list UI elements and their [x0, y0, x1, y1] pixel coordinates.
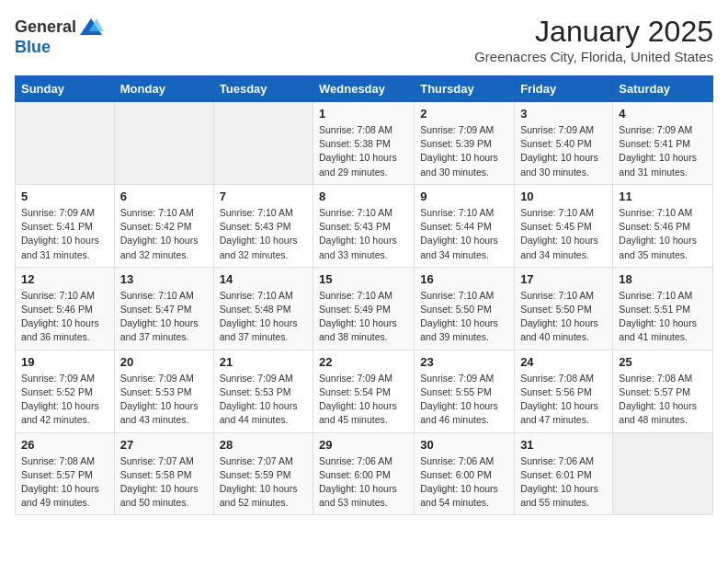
day-info: Sunrise: 7:08 AM Sunset: 5:56 PM Dayligh…	[520, 372, 607, 428]
calendar-cell: 3Sunrise: 7:09 AM Sunset: 5:40 PM Daylig…	[515, 102, 613, 185]
weekday-header: Tuesday	[213, 76, 313, 102]
calendar-cell: 14Sunrise: 7:10 AM Sunset: 5:48 PM Dayli…	[213, 267, 313, 350]
day-number: 15	[319, 272, 408, 286]
calendar-cell: 31Sunrise: 7:06 AM Sunset: 6:01 PM Dayli…	[515, 432, 613, 515]
calendar-cell: 27Sunrise: 7:07 AM Sunset: 5:58 PM Dayli…	[114, 432, 213, 515]
page-header: General Blue January 2025 Greenacres Cit…	[15, 15, 713, 64]
calendar-table: SundayMondayTuesdayWednesdayThursdayFrid…	[15, 75, 713, 515]
calendar-cell: 9Sunrise: 7:10 AM Sunset: 5:44 PM Daylig…	[415, 184, 515, 267]
month-title: January 2025	[474, 15, 713, 49]
day-number: 21	[220, 355, 307, 369]
calendar-week-row: 19Sunrise: 7:09 AM Sunset: 5:52 PM Dayli…	[16, 350, 713, 432]
calendar-cell: 25Sunrise: 7:08 AM Sunset: 5:57 PM Dayli…	[613, 350, 713, 432]
day-number: 25	[619, 355, 707, 369]
day-number: 30	[420, 438, 508, 452]
calendar-cell: 30Sunrise: 7:06 AM Sunset: 6:00 PM Dayli…	[415, 432, 515, 515]
day-info: Sunrise: 7:08 AM Sunset: 5:57 PM Dayligh…	[619, 372, 707, 428]
location-title: Greenacres City, Florida, United States	[474, 49, 713, 64]
day-number: 26	[21, 438, 108, 452]
day-number: 9	[420, 190, 508, 203]
calendar-cell: 15Sunrise: 7:10 AM Sunset: 5:49 PM Dayli…	[313, 267, 415, 350]
day-number: 5	[21, 190, 108, 203]
day-info: Sunrise: 7:10 AM Sunset: 5:43 PM Dayligh…	[220, 206, 307, 262]
day-number: 11	[619, 190, 707, 203]
day-info: Sunrise: 7:08 AM Sunset: 5:57 PM Dayligh…	[21, 454, 108, 511]
day-info: Sunrise: 7:09 AM Sunset: 5:41 PM Dayligh…	[21, 206, 108, 262]
day-info: Sunrise: 7:09 AM Sunset: 5:55 PM Dayligh…	[420, 372, 508, 428]
calendar-cell: 21Sunrise: 7:09 AM Sunset: 5:53 PM Dayli…	[213, 350, 313, 432]
calendar-cell	[16, 102, 115, 185]
day-number: 31	[520, 438, 607, 452]
calendar-cell: 12Sunrise: 7:10 AM Sunset: 5:46 PM Dayli…	[16, 267, 115, 350]
day-number: 18	[619, 272, 707, 286]
calendar-cell: 17Sunrise: 7:10 AM Sunset: 5:50 PM Dayli…	[515, 267, 613, 350]
day-info: Sunrise: 7:09 AM Sunset: 5:39 PM Dayligh…	[420, 123, 508, 179]
calendar-cell: 4Sunrise: 7:09 AM Sunset: 5:41 PM Daylig…	[613, 102, 713, 185]
day-info: Sunrise: 7:06 AM Sunset: 6:00 PM Dayligh…	[420, 454, 508, 511]
calendar-cell: 10Sunrise: 7:10 AM Sunset: 5:45 PM Dayli…	[515, 184, 613, 267]
day-number: 4	[619, 107, 707, 121]
calendar-cell: 29Sunrise: 7:06 AM Sunset: 6:00 PM Dayli…	[313, 432, 415, 515]
calendar-header-row: SundayMondayTuesdayWednesdayThursdayFrid…	[16, 76, 713, 102]
calendar-cell: 16Sunrise: 7:10 AM Sunset: 5:50 PM Dayli…	[415, 267, 515, 350]
weekday-header: Monday	[114, 76, 213, 102]
day-info: Sunrise: 7:06 AM Sunset: 6:00 PM Dayligh…	[319, 454, 408, 511]
logo-blue: Blue	[15, 39, 104, 57]
weekday-header: Sunday	[16, 76, 115, 102]
calendar-cell: 1Sunrise: 7:08 AM Sunset: 5:38 PM Daylig…	[313, 102, 415, 185]
calendar-cell: 11Sunrise: 7:10 AM Sunset: 5:46 PM Dayli…	[613, 184, 713, 267]
day-info: Sunrise: 7:09 AM Sunset: 5:52 PM Dayligh…	[21, 372, 108, 428]
day-number: 3	[520, 107, 607, 121]
day-info: Sunrise: 7:06 AM Sunset: 6:01 PM Dayligh…	[520, 454, 607, 511]
day-number: 13	[120, 272, 208, 286]
day-info: Sunrise: 7:08 AM Sunset: 5:38 PM Dayligh…	[319, 123, 408, 179]
day-number: 29	[319, 438, 408, 452]
day-number: 27	[120, 438, 208, 452]
day-info: Sunrise: 7:09 AM Sunset: 5:54 PM Dayligh…	[319, 372, 408, 428]
day-info: Sunrise: 7:10 AM Sunset: 5:49 PM Dayligh…	[319, 289, 408, 345]
calendar-cell: 24Sunrise: 7:08 AM Sunset: 5:56 PM Dayli…	[515, 350, 613, 432]
logo: General Blue	[15, 15, 104, 57]
calendar-cell: 8Sunrise: 7:10 AM Sunset: 5:43 PM Daylig…	[313, 184, 415, 267]
logo-icon	[78, 15, 104, 40]
calendar-cell	[114, 102, 213, 185]
calendar-cell: 2Sunrise: 7:09 AM Sunset: 5:39 PM Daylig…	[415, 102, 515, 185]
title-block: January 2025 Greenacres City, Florida, U…	[474, 15, 713, 64]
day-number: 12	[21, 272, 108, 286]
calendar-cell: 28Sunrise: 7:07 AM Sunset: 5:59 PM Dayli…	[213, 432, 313, 515]
day-number: 7	[220, 190, 307, 203]
day-info: Sunrise: 7:10 AM Sunset: 5:50 PM Dayligh…	[420, 289, 508, 345]
day-number: 14	[220, 272, 307, 286]
calendar-cell	[213, 102, 313, 185]
day-number: 16	[420, 272, 508, 286]
day-number: 6	[120, 190, 208, 203]
day-number: 1	[319, 107, 408, 121]
calendar-week-row: 12Sunrise: 7:10 AM Sunset: 5:46 PM Dayli…	[16, 267, 713, 350]
day-number: 22	[319, 355, 408, 369]
day-info: Sunrise: 7:10 AM Sunset: 5:46 PM Dayligh…	[21, 289, 108, 345]
day-info: Sunrise: 7:10 AM Sunset: 5:42 PM Dayligh…	[120, 206, 208, 262]
day-info: Sunrise: 7:07 AM Sunset: 5:58 PM Dayligh…	[120, 454, 208, 511]
day-number: 20	[120, 355, 208, 369]
calendar-cell: 5Sunrise: 7:09 AM Sunset: 5:41 PM Daylig…	[16, 184, 115, 267]
day-info: Sunrise: 7:09 AM Sunset: 5:41 PM Dayligh…	[619, 123, 707, 179]
calendar-cell: 13Sunrise: 7:10 AM Sunset: 5:47 PM Dayli…	[114, 267, 213, 350]
day-number: 8	[319, 190, 408, 203]
calendar-cell: 22Sunrise: 7:09 AM Sunset: 5:54 PM Dayli…	[313, 350, 415, 432]
weekday-header: Friday	[515, 76, 613, 102]
weekday-header: Thursday	[415, 76, 515, 102]
calendar-cell: 20Sunrise: 7:09 AM Sunset: 5:53 PM Dayli…	[114, 350, 213, 432]
day-info: Sunrise: 7:10 AM Sunset: 5:43 PM Dayligh…	[319, 206, 408, 262]
day-info: Sunrise: 7:10 AM Sunset: 5:48 PM Dayligh…	[220, 289, 307, 345]
day-info: Sunrise: 7:09 AM Sunset: 5:40 PM Dayligh…	[520, 123, 607, 179]
day-number: 23	[420, 355, 508, 369]
logo-general: General	[15, 18, 76, 37]
day-number: 19	[21, 355, 108, 369]
calendar-week-row: 26Sunrise: 7:08 AM Sunset: 5:57 PM Dayli…	[16, 432, 713, 515]
calendar-cell: 18Sunrise: 7:10 AM Sunset: 5:51 PM Dayli…	[613, 267, 713, 350]
day-info: Sunrise: 7:10 AM Sunset: 5:51 PM Dayligh…	[619, 289, 707, 345]
weekday-header: Wednesday	[313, 76, 415, 102]
weekday-header: Saturday	[613, 76, 713, 102]
day-number: 28	[220, 438, 307, 452]
day-number: 24	[520, 355, 607, 369]
